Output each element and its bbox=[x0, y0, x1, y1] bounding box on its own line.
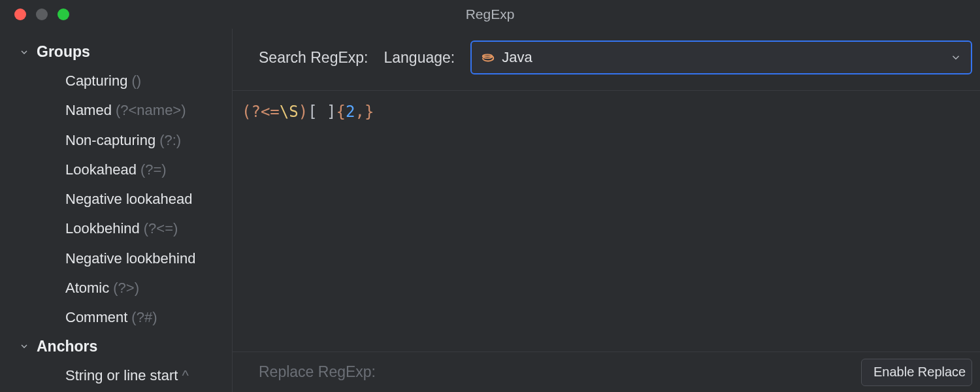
language-select[interactable]: Java bbox=[470, 41, 972, 74]
window-title: RegExp bbox=[466, 7, 515, 22]
tree-item-label: String or line start bbox=[65, 367, 178, 384]
regex-token: { bbox=[336, 103, 346, 121]
tree-item-syntax: (?=) bbox=[140, 161, 167, 178]
regex-token: ?<= bbox=[251, 103, 279, 121]
tree-item-syntax: (?#) bbox=[131, 309, 157, 325]
tree-item-syntax: (?:) bbox=[159, 132, 181, 148]
tree-item[interactable]: Capturing() bbox=[0, 66, 232, 95]
language-label: Language: bbox=[384, 49, 455, 67]
tree-item[interactable]: Non-capturing(?:) bbox=[0, 125, 232, 155]
search-label: Search RegExp: bbox=[259, 49, 368, 67]
sidebar: GroupsCapturing()Named(?<name>)Non-captu… bbox=[0, 29, 233, 392]
traffic-lights bbox=[0, 8, 69, 20]
tree-item-label: Negative lookbehind bbox=[65, 250, 195, 267]
tree-item-label: Lookbehind bbox=[65, 220, 140, 237]
search-row: Search RegExp: Language: Java bbox=[233, 29, 980, 91]
minimize-window-button[interactable] bbox=[36, 8, 48, 20]
section-title: Anchors bbox=[37, 338, 97, 355]
maximize-window-button[interactable] bbox=[57, 8, 69, 20]
tree-item[interactable]: Negative lookahead bbox=[0, 184, 232, 214]
regex-token: \S bbox=[280, 103, 299, 121]
regex-token: } bbox=[365, 103, 374, 121]
tree-item[interactable]: Lookahead(?=) bbox=[0, 155, 232, 184]
language-value: Java bbox=[502, 49, 532, 66]
tree-item-syntax: () bbox=[131, 73, 141, 89]
tree-section-header[interactable]: Groups bbox=[0, 38, 232, 66]
chevron-down-icon bbox=[18, 340, 30, 352]
regex-token: ( bbox=[242, 103, 251, 121]
tree-item-syntax: (?<name>) bbox=[116, 102, 186, 118]
tree-item-label: Atomic bbox=[65, 280, 109, 296]
enable-replace-button[interactable]: Enable Replace bbox=[861, 359, 972, 386]
main: GroupsCapturing()Named(?<name>)Non-captu… bbox=[0, 29, 980, 392]
tree-item-label: Comment bbox=[65, 309, 127, 325]
tree-item[interactable]: Atomic(?>) bbox=[0, 273, 232, 302]
tree-item[interactable]: Negative lookbehind bbox=[0, 244, 232, 273]
regex-token: ) bbox=[299, 103, 308, 121]
regex-token: [ ] bbox=[308, 103, 336, 121]
tree-item-syntax: (?<=) bbox=[144, 220, 178, 237]
regex-token: , bbox=[355, 103, 364, 121]
tree-item-syntax: ^ bbox=[182, 367, 188, 384]
section-title: Groups bbox=[37, 43, 90, 61]
regex-token: 2 bbox=[346, 103, 355, 121]
enable-replace-label: Enable Replace bbox=[874, 365, 966, 380]
titlebar: RegExp bbox=[0, 0, 980, 29]
tree-item[interactable]: Lookbehind(?<=) bbox=[0, 214, 232, 243]
chevron-down-icon bbox=[18, 46, 30, 58]
chevron-down-icon bbox=[950, 52, 962, 63]
close-window-button[interactable] bbox=[14, 8, 26, 20]
tree-item-label: Non-capturing bbox=[65, 132, 155, 148]
tree-item[interactable]: Comment(?#) bbox=[0, 302, 232, 332]
java-icon bbox=[481, 50, 495, 65]
regex-editor[interactable]: (?<=\S)[ ]{2,} bbox=[233, 91, 980, 351]
content: Search RegExp: Language: Java (?<=\S)[ ]… bbox=[233, 29, 980, 392]
tree-section-header[interactable]: Anchors bbox=[0, 333, 232, 361]
replace-row: Replace RegExp: Enable Replace bbox=[233, 351, 980, 392]
tree-item-label: Named bbox=[65, 102, 112, 118]
tree-item[interactable]: String or line start^ bbox=[0, 361, 232, 390]
tree-item-label: Capturing bbox=[65, 73, 127, 89]
tree-item-label: Negative lookahead bbox=[65, 191, 192, 207]
tree-item-label: Lookahead bbox=[65, 161, 137, 178]
replace-label: Replace RegExp: bbox=[259, 363, 376, 381]
tree-item-syntax: (?>) bbox=[113, 280, 139, 296]
tree-item[interactable]: Named(?<name>) bbox=[0, 95, 232, 125]
